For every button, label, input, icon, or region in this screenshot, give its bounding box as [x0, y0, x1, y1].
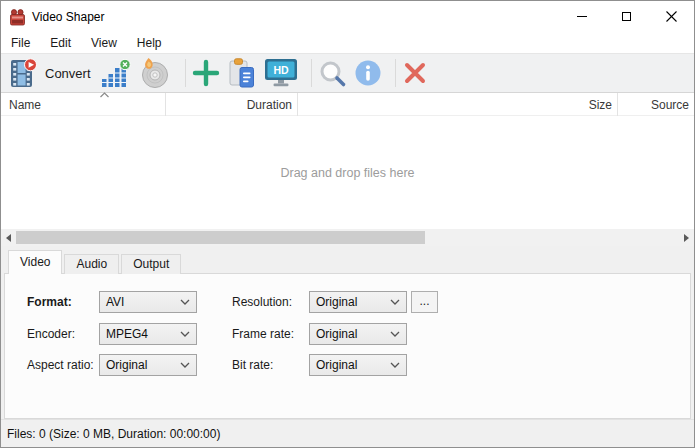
app-icon: [9, 9, 26, 26]
resolution-label: Resolution:: [232, 291, 292, 313]
file-list-header: Name Duration Size Source: [1, 93, 694, 116]
file-drop-zone[interactable]: Drag and drop files here: [1, 116, 694, 229]
svg-text:HD: HD: [273, 64, 289, 76]
close-button[interactable]: [649, 1, 694, 31]
info-icon: [354, 59, 382, 87]
column-header-name[interactable]: Name: [1, 93, 166, 116]
add-files-icon: [192, 59, 220, 87]
chevron-down-icon: [180, 299, 190, 305]
toolbar-separator: [395, 59, 396, 87]
chevron-down-icon: [390, 362, 400, 368]
minimize-icon: [577, 16, 587, 17]
remove-icon: [402, 60, 428, 86]
scroll-right-icon: [684, 234, 689, 242]
menu-help[interactable]: Help: [127, 33, 172, 53]
drop-hint-text: Drag and drop files here: [280, 166, 414, 180]
column-header-source[interactable]: Source: [618, 93, 694, 116]
sort-ascending-icon: [100, 92, 109, 98]
app-window: Video Shaper File Edit View Help: [0, 0, 695, 448]
preview-button[interactable]: [318, 55, 347, 91]
toolbar: Convert: [1, 53, 694, 93]
toolbar-separator: [311, 59, 312, 87]
bit-rate-select[interactable]: Original: [309, 354, 407, 376]
convert-button[interactable]: Convert: [9, 55, 91, 91]
frame-rate-label: Frame rate:: [232, 323, 294, 345]
tab-output[interactable]: Output: [121, 254, 181, 274]
remove-button[interactable]: [402, 55, 428, 91]
bit-rate-label: Bit rate:: [232, 354, 273, 376]
menu-view[interactable]: View: [81, 33, 127, 53]
video-settings-panel: Format: AVI Resolution: Original ... Enc…: [4, 273, 691, 419]
encoder-select[interactable]: MPEG4: [99, 323, 197, 345]
maximize-icon: [622, 12, 631, 21]
toolbar-separator: [185, 59, 186, 87]
audio-levels-icon: [101, 59, 131, 88]
close-icon: [666, 11, 677, 22]
info-button[interactable]: [354, 55, 382, 91]
minimize-button[interactable]: [559, 1, 604, 31]
hd-settings-button[interactable]: HD: [264, 55, 298, 91]
scroll-right-button[interactable]: [679, 229, 694, 246]
status-summary: Files: 0 (Size: 0 MB, Duration: 00:00:00…: [7, 427, 220, 441]
search-icon: [318, 59, 347, 88]
scrollbar-thumb[interactable]: [16, 231, 425, 244]
chevron-down-icon: [390, 299, 400, 305]
film-convert-icon: [9, 58, 37, 88]
hd-display-icon: HD: [264, 58, 298, 88]
menu-file[interactable]: File: [1, 33, 40, 53]
column-header-duration[interactable]: Duration: [166, 93, 298, 116]
tab-audio[interactable]: Audio: [64, 254, 119, 274]
encoder-label: Encoder:: [27, 323, 75, 345]
column-header-size[interactable]: Size: [298, 93, 618, 116]
scroll-left-icon: [6, 234, 11, 242]
resolution-select[interactable]: Original: [309, 291, 407, 313]
chevron-down-icon: [390, 331, 400, 337]
resolution-browse-button[interactable]: ...: [411, 291, 438, 313]
add-files-button[interactable]: [192, 55, 220, 91]
scroll-left-button[interactable]: [1, 229, 16, 246]
frame-rate-select[interactable]: Original: [309, 323, 407, 345]
menubar: File Edit View Help: [1, 33, 694, 53]
aspect-ratio-select[interactable]: Original: [99, 354, 197, 376]
settings-tabs: Video Audio Output: [8, 250, 183, 274]
statusbar: Files: 0 (Size: 0 MB, Duration: 00:00:00…: [1, 419, 694, 447]
tab-video[interactable]: Video: [8, 250, 62, 274]
paste-icon: [227, 58, 257, 88]
window-title: Video Shaper: [32, 10, 105, 24]
format-select[interactable]: AVI: [99, 291, 197, 313]
audio-levels-button[interactable]: [101, 55, 131, 91]
convert-button-label: Convert: [45, 66, 91, 81]
chevron-down-icon: [180, 362, 190, 368]
maximize-button[interactable]: [604, 1, 649, 31]
settings-area: Video Audio Output Format: AVI Resolutio…: [1, 246, 694, 419]
titlebar: Video Shaper: [1, 1, 694, 33]
paste-button[interactable]: [227, 55, 257, 91]
burn-disc-icon: [138, 57, 172, 89]
chevron-down-icon: [180, 331, 190, 337]
menu-edit[interactable]: Edit: [40, 33, 81, 53]
format-label: Format:: [27, 291, 72, 313]
horizontal-scrollbar[interactable]: [1, 229, 694, 246]
burn-disc-button[interactable]: [138, 55, 172, 91]
aspect-ratio-label: Aspect ratio:: [27, 354, 94, 376]
